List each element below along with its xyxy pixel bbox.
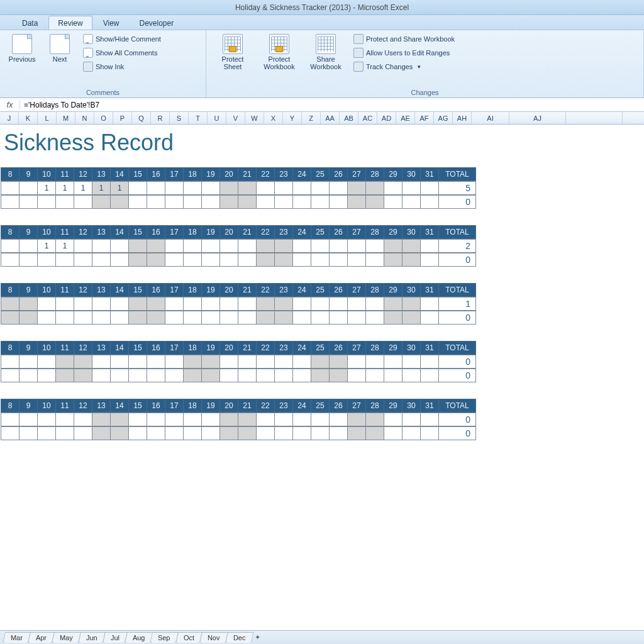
- data-cell[interactable]: [37, 355, 56, 369]
- data-cell[interactable]: [165, 297, 184, 311]
- data-cell[interactable]: [256, 426, 275, 440]
- data-cell[interactable]: [183, 181, 202, 195]
- data-cell[interactable]: [420, 311, 439, 325]
- data-cell[interactable]: [74, 413, 92, 426]
- data-cell[interactable]: [110, 413, 129, 426]
- data-cell[interactable]: [19, 297, 38, 311]
- data-cell[interactable]: [92, 369, 111, 382]
- data-cell[interactable]: [92, 195, 111, 209]
- data-cell[interactable]: [292, 195, 311, 209]
- data-cell[interactable]: [365, 426, 384, 440]
- data-cell[interactable]: [219, 426, 238, 440]
- data-cell[interactable]: [238, 426, 257, 440]
- sheet-tab[interactable]: Aug: [125, 632, 153, 643]
- data-cell[interactable]: [147, 195, 165, 209]
- data-cell[interactable]: 1: [92, 181, 111, 195]
- data-cell[interactable]: [384, 311, 402, 325]
- column-header[interactable]: [623, 112, 644, 124]
- data-cell[interactable]: [147, 355, 165, 369]
- data-cell[interactable]: [256, 311, 275, 325]
- column-header[interactable]: J: [0, 112, 19, 124]
- allow-users-edit-button[interactable]: Allow Users to Edit Ranges: [351, 47, 457, 59]
- data-cell[interactable]: [37, 253, 56, 267]
- data-cell[interactable]: [292, 181, 311, 195]
- data-cell[interactable]: [256, 181, 275, 195]
- tab-review[interactable]: Review: [48, 16, 92, 30]
- data-cell[interactable]: [55, 355, 74, 369]
- data-cell[interactable]: [92, 413, 111, 426]
- protect-share-workbook-button[interactable]: Protect and Share Workbook: [351, 33, 457, 45]
- data-cell[interactable]: [238, 195, 257, 209]
- data-cell[interactable]: [74, 195, 92, 209]
- data-cell[interactable]: [256, 195, 275, 209]
- data-cell[interactable]: [274, 311, 293, 325]
- data-cell[interactable]: [256, 355, 275, 369]
- data-cell[interactable]: [384, 239, 402, 253]
- data-cell[interactable]: [183, 355, 202, 369]
- show-ink-button[interactable]: Show Ink: [80, 60, 164, 73]
- column-header[interactable]: AI: [472, 112, 509, 124]
- data-cell[interactable]: [365, 195, 384, 209]
- column-header[interactable]: Z: [302, 112, 321, 124]
- data-cell[interactable]: [274, 297, 293, 311]
- column-header[interactable]: P: [113, 112, 132, 124]
- data-cell[interactable]: [384, 426, 402, 440]
- sheet-tab[interactable]: Apr: [28, 632, 55, 643]
- next-comment-button[interactable]: Next: [43, 33, 77, 64]
- data-cell[interactable]: [1, 195, 19, 209]
- data-cell[interactable]: [74, 253, 92, 267]
- data-cell[interactable]: [420, 297, 439, 311]
- data-cell[interactable]: [201, 413, 220, 426]
- data-cell[interactable]: [1, 426, 19, 440]
- data-cell[interactable]: [55, 297, 74, 311]
- data-cell[interactable]: [219, 253, 238, 267]
- data-cell[interactable]: [92, 297, 111, 311]
- data-cell[interactable]: [402, 311, 421, 325]
- data-cell[interactable]: 1: [110, 181, 129, 195]
- data-cell[interactable]: [292, 311, 311, 325]
- data-cell[interactable]: [147, 253, 165, 267]
- data-cell[interactable]: [19, 355, 38, 369]
- data-cell[interactable]: [274, 239, 293, 253]
- data-cell[interactable]: [128, 253, 147, 267]
- column-header[interactable]: T: [189, 112, 208, 124]
- data-cell[interactable]: [201, 311, 220, 325]
- data-cell[interactable]: [329, 253, 348, 267]
- data-cell[interactable]: [365, 253, 384, 267]
- data-cell[interactable]: [110, 253, 129, 267]
- data-cell[interactable]: [55, 369, 74, 382]
- protect-sheet-button[interactable]: Protect Sheet: [211, 33, 254, 72]
- data-cell[interactable]: [329, 369, 348, 382]
- data-cell[interactable]: [1, 355, 19, 369]
- data-cell[interactable]: [1, 181, 19, 195]
- data-cell[interactable]: [147, 311, 165, 325]
- data-cell[interactable]: [311, 239, 330, 253]
- data-cell[interactable]: [165, 195, 184, 209]
- data-cell[interactable]: [19, 369, 38, 382]
- data-cell[interactable]: [402, 426, 421, 440]
- data-cell[interactable]: [165, 369, 184, 382]
- data-cell[interactable]: [274, 426, 293, 440]
- data-cell[interactable]: [420, 195, 439, 209]
- data-cell[interactable]: [165, 426, 184, 440]
- data-cell[interactable]: [147, 239, 165, 253]
- data-cell[interactable]: [183, 297, 202, 311]
- data-cell[interactable]: [384, 369, 402, 382]
- data-cell[interactable]: [329, 355, 348, 369]
- data-cell[interactable]: [238, 181, 257, 195]
- column-header[interactable]: K: [19, 112, 38, 124]
- data-cell[interactable]: 1: [55, 239, 74, 253]
- data-cell[interactable]: [384, 413, 402, 426]
- sheet-tab[interactable]: May: [52, 632, 80, 643]
- data-cell[interactable]: [311, 369, 330, 382]
- data-cell[interactable]: [55, 311, 74, 325]
- data-cell[interactable]: [256, 239, 275, 253]
- data-cell[interactable]: [365, 413, 384, 426]
- column-header[interactable]: N: [75, 112, 94, 124]
- data-cell[interactable]: [238, 355, 257, 369]
- data-cell[interactable]: [128, 311, 147, 325]
- column-header[interactable]: S: [170, 112, 189, 124]
- show-all-comments-button[interactable]: Show All Comments: [80, 47, 164, 59]
- formula-input[interactable]: [20, 99, 644, 111]
- data-cell[interactable]: [329, 195, 348, 209]
